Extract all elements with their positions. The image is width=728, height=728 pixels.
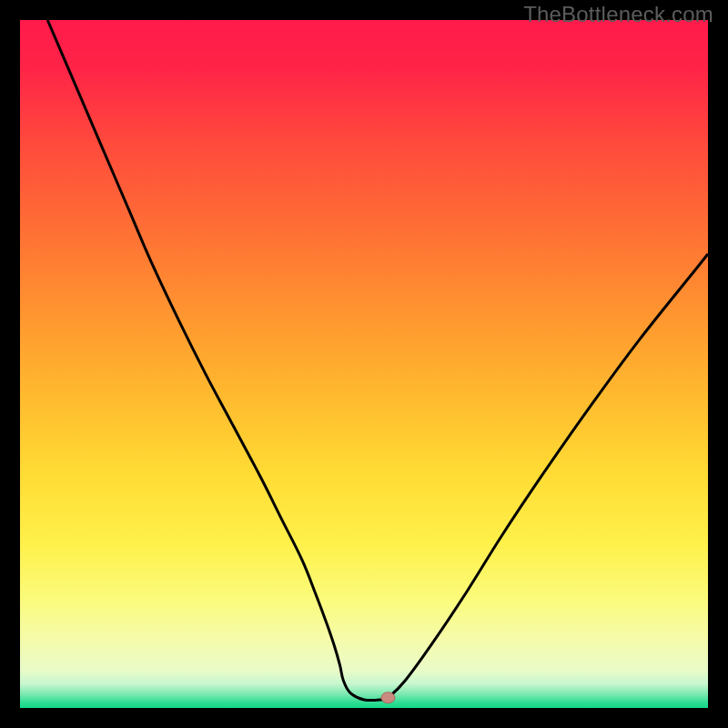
chart-svg xyxy=(20,20,708,708)
chart-frame: TheBottleneck.com xyxy=(0,0,728,728)
marker-dot xyxy=(381,693,395,703)
watermark-text: TheBottleneck.com xyxy=(523,2,713,27)
gradient-background xyxy=(20,20,708,708)
plot-area xyxy=(20,20,708,708)
